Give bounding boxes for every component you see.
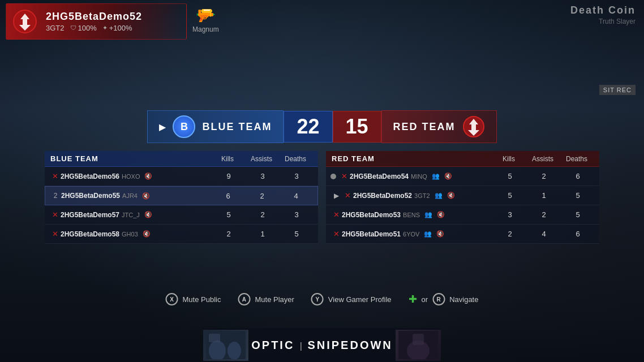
deaths-stat: 4 [279, 192, 313, 200]
weapon-display: 🔫 Magnum [192, 6, 219, 33]
control-navigate: ✚ or R Navigate [409, 293, 479, 305]
red-table-rows: ✕ 2HG5BetaDemo54 MINQ 👥 🔇 5 2 6 ▶ [326, 167, 599, 244]
banner-player-name: SNIPEDOWN [307, 339, 392, 351]
assists-stat: 2 [527, 210, 561, 219]
scoreboard: ▶ B BLUE TEAM 22 15 RED TEAM [45, 110, 599, 244]
kills-stat: 6 [211, 192, 245, 200]
player-row-name: 2HG5BetaDemo55 AJR4 🔇 [61, 192, 211, 200]
table-row: ✕ 2HG5BetaDemo51 6YOV 👥 🔇 2 4 6 [326, 225, 599, 244]
a-button[interactable]: A [238, 293, 250, 305]
table-row: ✕ 2HG5BetaDemo53 BENS 👥 🔇 3 2 5 [326, 205, 599, 225]
arrow-icon: ▶ [330, 192, 342, 200]
deaths-stat: 6 [561, 230, 595, 238]
player-row-name: 2HG5BetaDemo52 3GT2 👥 🔇 [353, 192, 493, 200]
bottom-controls: X Mute Public A Mute Player Y View Gamer… [166, 293, 479, 305]
x-icon: ✕ [49, 172, 61, 180]
table-row: ✕ 2HG5BetaDemo56 HOXO 🔇 9 3 3 [45, 167, 318, 186]
player-row-name: 2HG5BetaDemo56 HOXO 🔇 [61, 173, 212, 180]
blue-team-name: BLUE TEAM [202, 121, 272, 133]
teams-container: BLUE TEAM Kills Assists Deaths ✕ 2HG5Bet… [45, 151, 599, 244]
x-icon: ✕ [49, 230, 61, 238]
kills-stat: 5 [493, 172, 527, 180]
blue-table-header: BLUE TEAM Kills Assists Deaths [45, 151, 318, 167]
group-icon: 👥 [424, 230, 432, 238]
shield-icon: 🛡 [70, 24, 76, 31]
deaths-stat: 3 [280, 210, 314, 219]
table-row: 2 2HG5BetaDemo55 AJR4 🔇 6 2 4 [45, 186, 318, 205]
mute-icon: 🔇 [143, 230, 151, 238]
x-icon: ✕ [342, 191, 353, 200]
control-view-profile: Y View Gamer Profile [311, 293, 392, 305]
player-row-name: 2HG5BetaDemo58 GH03 🔇 [61, 230, 212, 238]
player-stats-row: 3GT2 🛡 100% ✦ +100% [46, 24, 142, 32]
mute-icon: 🔇 [436, 230, 444, 238]
red-col-kills: Kills [492, 155, 526, 163]
assists-stat: 3 [246, 172, 280, 180]
assists-stat: 2 [246, 210, 280, 219]
weapon-name: Magnum [192, 25, 219, 33]
banner-image-left [203, 330, 248, 361]
table-row: ✕ 2HG5BetaDemo54 MINQ 👥 🔇 5 2 6 [326, 167, 599, 186]
view-profile-label: View Gamer Profile [328, 295, 392, 304]
red-header-team-name: RED TEAM [332, 154, 492, 163]
banner-team-name: OPTIC [251, 339, 294, 351]
banner-separator: | [300, 341, 302, 351]
svg-point-4 [227, 342, 241, 359]
control-mute-player: A Mute Player [238, 293, 294, 305]
player-row-name: 2HG5BetaDemo57 JTC_J 🔇 [61, 211, 212, 219]
deaths-stat: 5 [561, 191, 595, 200]
player-row-name: 2HG5BetaDemo51 6YOV 👥 🔇 [342, 230, 493, 238]
deaths-stat: 5 [561, 210, 595, 219]
or-label: or [422, 295, 428, 304]
top-right-info: Death Coin Truth Slayer [570, 5, 636, 25]
y-button[interactable]: Y [311, 293, 324, 305]
blue-col-kills: Kills [211, 155, 244, 163]
player-info: 2HG5BetaDemo52 3GT2 🛡 100% ✦ +100% [46, 11, 142, 32]
player-hud-block: 2HG5BetaDemo52 3GT2 🛡 100% ✦ +100% [6, 3, 187, 40]
map-modes: Truth Slayer [570, 18, 636, 25]
deaths-stat: 6 [561, 172, 595, 180]
blue-col-assists: Assists [244, 155, 278, 163]
control-mute-public: X Mute Public [166, 293, 221, 305]
red-col-assists: Assists [526, 155, 560, 163]
deaths-stat: 3 [280, 172, 314, 180]
red-col-deaths: Deaths [560, 155, 594, 163]
kills-stat: 2 [212, 230, 246, 238]
x-button[interactable]: X [166, 293, 178, 305]
red-score: 15 [333, 111, 381, 143]
player-tag: 3GT2 [46, 24, 65, 32]
mute-icon: 🔇 [447, 192, 455, 199]
assists-stat: 1 [246, 230, 280, 238]
kills-stat: 5 [212, 210, 246, 219]
r-button[interactable]: R [432, 293, 445, 305]
mute-player-label: Mute Player [255, 295, 294, 304]
ammo-stat: ✦ +100% [102, 24, 132, 32]
assists-stat: 4 [527, 230, 561, 238]
main-content: 2HG5BetaDemo52 3GT2 🛡 100% ✦ +100% 🔫 Mag… [0, 0, 644, 362]
red-team-header: RED TEAM [381, 110, 497, 143]
group-icon: 👥 [424, 211, 432, 218]
bottom-banner: OPTIC | SNIPEDOWN [203, 328, 441, 362]
x-icon: ✕ [338, 172, 350, 180]
player-logo [11, 7, 39, 36]
score-header: ▶ B BLUE TEAM 22 15 RED TEAM [45, 110, 599, 143]
table-row: ✕ 2HG5BetaDemo58 GH03 🔇 2 1 5 [45, 225, 318, 244]
mute-icon: 🔇 [144, 173, 152, 180]
red-team-logo-icon [12, 9, 37, 34]
top-hud: 2HG5BetaDemo52 3GT2 🛡 100% ✦ +100% 🔫 Mag… [0, 0, 644, 42]
banner-image-right [396, 330, 441, 361]
player-name: 2HG5BetaDemo52 [46, 11, 142, 23]
group-icon: 👥 [435, 192, 443, 199]
mute-public-label: Mute Public [183, 295, 221, 304]
blue-team-logo: B [173, 115, 195, 138]
map-name: Death Coin [570, 5, 636, 16]
rec-badge: SIT REC [599, 85, 636, 95]
mute-icon: 🔇 [444, 173, 452, 180]
weapon-icon: 🔫 [196, 6, 216, 24]
navigate-label: Navigate [449, 295, 478, 304]
svg-rect-8 [413, 334, 424, 345]
plus-icon: ✚ [409, 293, 417, 305]
kills-stat: 2 [493, 230, 527, 238]
assists-stat: 2 [245, 192, 279, 200]
mute-icon: 🔇 [144, 211, 152, 218]
